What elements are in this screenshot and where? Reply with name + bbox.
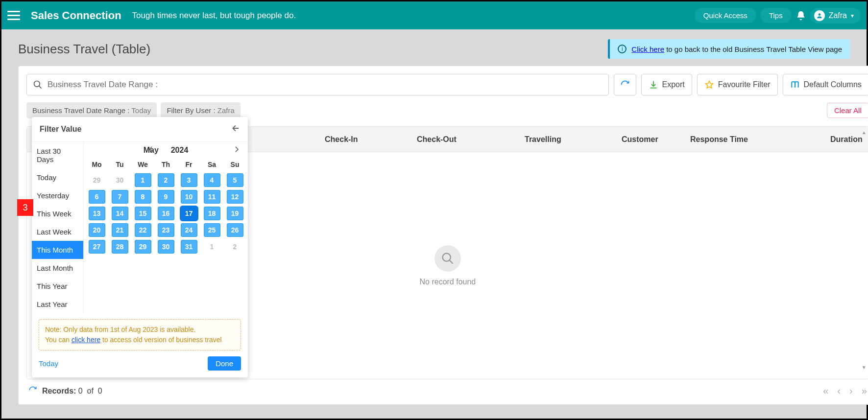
- back-icon[interactable]: [229, 123, 240, 136]
- calendar-prev[interactable]: [146, 145, 155, 156]
- day-26[interactable]: 26: [227, 223, 243, 237]
- chevron-down-icon: ▾: [851, 12, 854, 19]
- star-icon: [704, 80, 714, 90]
- calendar-next[interactable]: [232, 145, 241, 156]
- search-icon: [33, 80, 43, 90]
- refresh-icon: [28, 386, 37, 395]
- col-customer[interactable]: Customer: [616, 135, 684, 144]
- day-24[interactable]: 24: [181, 223, 197, 237]
- range-last-year[interactable]: Last Year: [32, 295, 83, 313]
- day-4[interactable]: 4: [204, 173, 220, 187]
- username: Zafra: [829, 11, 847, 20]
- day-2[interactable]: 2: [158, 173, 174, 187]
- range-yesterday[interactable]: Yesterday: [32, 187, 83, 205]
- today-link[interactable]: Today: [39, 359, 58, 368]
- day-17[interactable]: 17: [181, 207, 197, 220]
- range-last-30-days[interactable]: Last 30 Days: [32, 142, 83, 168]
- bell-icon[interactable]: [796, 10, 806, 21]
- pager-prev[interactable]: ‹: [837, 385, 841, 397]
- svg-point-0: [818, 13, 820, 16]
- day-13[interactable]: 13: [89, 207, 105, 220]
- scroll-down-icon[interactable]: ▼: [862, 365, 867, 370]
- day-20[interactable]: 20: [89, 223, 105, 237]
- info-icon: i: [618, 45, 627, 53]
- empty-state-text: No record found: [420, 278, 476, 286]
- range-this-month[interactable]: This Month: [32, 241, 83, 259]
- scrollbar[interactable]: ▲ ▼: [861, 128, 868, 372]
- favourite-filter-button[interactable]: Favourite Filter: [697, 74, 778, 95]
- step-badge: 3: [17, 199, 33, 216]
- menu-icon[interactable]: [7, 8, 22, 23]
- col-checkout[interactable]: Check-Out: [411, 135, 519, 144]
- range-this-week[interactable]: This Week: [32, 205, 83, 223]
- search-label: Business Travel Date Range :: [48, 80, 158, 90]
- topbar: Sales Connection Tough times never last,…: [1, 1, 867, 29]
- legacy-view-link[interactable]: Click here: [631, 45, 664, 53]
- export-button[interactable]: Export: [641, 74, 692, 95]
- day-1[interactable]: 1: [135, 173, 151, 187]
- title-row: Business Travel (Table) i Click here to …: [1, 29, 867, 66]
- day-prev[interactable]: 30: [112, 173, 128, 187]
- day-9[interactable]: 9: [158, 190, 174, 204]
- day-3[interactable]: 3: [181, 173, 197, 187]
- day-next[interactable]: 1: [204, 240, 220, 254]
- availability-note: Note: Only data from 1st of Aug 2023 is …: [39, 319, 241, 350]
- day-29[interactable]: 29: [135, 240, 151, 254]
- dow-su: Su: [225, 159, 245, 170]
- pager-first[interactable]: «: [823, 385, 828, 397]
- range-last-week[interactable]: Last Week: [32, 223, 83, 241]
- svg-line-2: [39, 86, 42, 89]
- calendar-grid: MoTuWeThFrSaSu29301234567891011121314151…: [87, 159, 245, 254]
- day-28[interactable]: 28: [112, 240, 128, 254]
- empty-state-icon: [434, 245, 461, 272]
- day-30[interactable]: 30: [158, 240, 174, 254]
- done-button[interactable]: Done: [208, 356, 241, 371]
- day-6[interactable]: 6: [89, 190, 105, 204]
- day-5[interactable]: 5: [227, 173, 243, 187]
- pager-last[interactable]: »: [862, 385, 867, 397]
- day-next[interactable]: 2: [227, 240, 243, 254]
- filter-chip-date-range[interactable]: Business Travel Date Range : Today: [26, 102, 157, 118]
- quick-access-button[interactable]: Quick Access: [695, 8, 756, 23]
- day-16[interactable]: 16: [158, 207, 174, 220]
- day-31[interactable]: 31: [181, 240, 197, 254]
- day-12[interactable]: 12: [227, 190, 243, 204]
- day-21[interactable]: 21: [112, 223, 128, 237]
- day-23[interactable]: 23: [158, 223, 174, 237]
- columns-icon: [790, 80, 800, 90]
- range-last-month[interactable]: Last Month: [32, 259, 83, 277]
- filter-chip-user[interactable]: Filter By User : Zafra: [161, 102, 240, 118]
- footer-refresh-button[interactable]: [28, 386, 37, 397]
- col-response-time[interactable]: Response Time: [684, 135, 824, 144]
- range-today[interactable]: Today: [32, 168, 83, 187]
- download-icon: [649, 80, 658, 90]
- dow-fr: Fr: [179, 159, 199, 170]
- old-version-link[interactable]: click here: [72, 336, 100, 344]
- day-27[interactable]: 27: [89, 240, 105, 254]
- day-11[interactable]: 11: [204, 190, 220, 204]
- scroll-up-icon[interactable]: ▲: [862, 130, 867, 135]
- day-18[interactable]: 18: [204, 207, 220, 220]
- search-input[interactable]: Business Travel Date Range :: [26, 74, 609, 95]
- clear-all-button[interactable]: Clear All: [827, 103, 868, 118]
- day-14[interactable]: 14: [112, 207, 128, 220]
- default-columns-button[interactable]: Default Columns: [783, 74, 868, 95]
- pager-next[interactable]: ›: [849, 385, 853, 397]
- range-list: Last 30 DaysTodayYesterdayThis WeekLast …: [32, 142, 84, 313]
- day-25[interactable]: 25: [204, 223, 220, 237]
- user-menu[interactable]: Zafra ▾: [810, 8, 861, 23]
- tips-button[interactable]: Tips: [760, 8, 792, 23]
- range-this-year[interactable]: This Year: [32, 277, 83, 295]
- day-8[interactable]: 8: [135, 190, 151, 204]
- day-7[interactable]: 7: [112, 190, 128, 204]
- day-prev[interactable]: 29: [89, 173, 105, 187]
- day-10[interactable]: 10: [181, 190, 197, 204]
- refresh-button[interactable]: [614, 74, 636, 95]
- day-19[interactable]: 19: [227, 207, 243, 220]
- day-15[interactable]: 15: [135, 207, 151, 220]
- calendar-year[interactable]: 2024: [171, 146, 189, 155]
- col-checkin[interactable]: Check-In: [319, 135, 411, 144]
- toolbar: Business Travel Date Range : Export Favo…: [26, 74, 868, 95]
- day-22[interactable]: 22: [135, 223, 151, 237]
- col-travelling[interactable]: Travelling: [519, 135, 616, 144]
